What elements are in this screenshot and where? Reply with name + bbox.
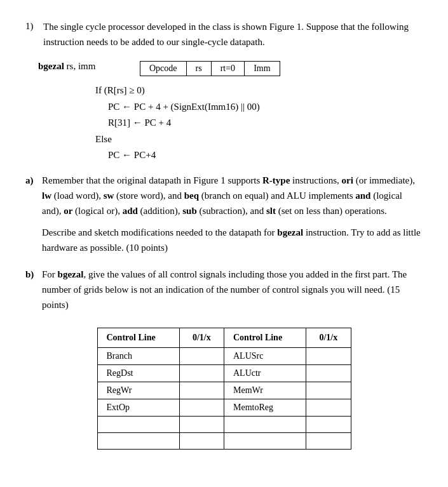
- row4-c3: MemtoReg: [224, 399, 306, 416]
- th-col4: 0/1/x: [306, 328, 351, 347]
- row2-c4: [306, 364, 351, 382]
- row4-c1: ExtOp: [97, 399, 179, 416]
- row5-c3: [224, 416, 306, 432]
- col-opcode: Opcode: [140, 62, 187, 76]
- table-row: [97, 416, 351, 432]
- row3-c4: [306, 382, 351, 399]
- th-col1: Control Line: [97, 328, 179, 347]
- part-a-row: a) Remember that the original datapath i…: [25, 173, 423, 218]
- part-b-text: For bgezal, give the values of all contr…: [42, 267, 423, 312]
- sem-line-4: PC ← PC+4: [108, 147, 423, 164]
- table-row: [97, 432, 351, 449]
- row1-c4: [306, 347, 351, 364]
- row2-c2: [179, 364, 224, 382]
- table-row: RegDst ALUctr: [97, 364, 351, 382]
- row6-c1: [97, 432, 179, 449]
- col-imm: Imm: [245, 62, 280, 76]
- sem-line-0: If (R[rs] ≥ 0): [95, 83, 423, 99]
- question-header: 1) The single cycle processor developed …: [25, 19, 423, 50]
- row3-c2: [179, 382, 224, 399]
- part-a-block: a) Remember that the original datapath i…: [25, 173, 423, 255]
- th-col3: Control Line: [224, 328, 306, 347]
- question-number: 1): [25, 19, 38, 50]
- row1-c2: [179, 347, 224, 364]
- row2-c3: ALUctr: [224, 364, 306, 382]
- sem-line-3: Else: [95, 131, 423, 148]
- part-a-text2: Describe and sketch modifications needed…: [42, 225, 423, 255]
- row1-c1: Branch: [97, 347, 179, 364]
- row1-c3: ALUSrc: [224, 347, 306, 364]
- bgezal-label: bgezal rs, imm: [38, 61, 121, 72]
- control-signals-table: Control Line 0/1/x Control Line 0/1/x Br…: [97, 328, 351, 450]
- row3-c1: RegWr: [97, 382, 179, 399]
- bgezal-rest: rs, imm: [64, 61, 96, 71]
- part-a-text: Remember that the original datapath in F…: [42, 173, 423, 218]
- row2-c1: RegDst: [97, 364, 179, 382]
- row5-c1: [97, 416, 179, 432]
- sem-line-1: PC ← PC + 4 + (SignExt(Imm16) || 00): [108, 99, 423, 116]
- table-row: RegWr MemWr: [97, 382, 351, 399]
- part-a-letter: a): [25, 173, 38, 218]
- row6-c4: [306, 432, 351, 449]
- row5-c2: [179, 416, 224, 432]
- row6-c2: [179, 432, 224, 449]
- col-rt: rt=0: [211, 62, 244, 76]
- row3-c3: MemWr: [224, 382, 306, 399]
- semantics-block: If (R[rs] ≥ 0) PC ← PC + 4 + (SignExt(Im…: [95, 83, 423, 164]
- row5-c4: [306, 416, 351, 432]
- control-table-wrapper: Control Line 0/1/x Control Line 0/1/x Br…: [25, 328, 423, 450]
- row4-c4: [306, 399, 351, 416]
- question-intro: The single cycle processor developed in …: [43, 19, 423, 50]
- instruction-block: bgezal rs, imm Opcode rs rt=0 Imm: [38, 61, 423, 76]
- th-col2: 0/1/x: [179, 328, 224, 347]
- row6-c3: [224, 432, 306, 449]
- instruction-format-table: Opcode rs rt=0 Imm: [140, 61, 280, 76]
- table-row: Branch ALUSrc: [97, 347, 351, 364]
- bgezal-bold: bgezal: [38, 61, 64, 71]
- part-b-row: b) For bgezal, give the values of all co…: [25, 267, 423, 312]
- col-rs: rs: [186, 62, 211, 76]
- part-b-block: b) For bgezal, give the values of all co…: [25, 267, 423, 312]
- row4-c2: [179, 399, 224, 416]
- sem-line-2: R[31] ← PC + 4: [108, 115, 423, 131]
- part-b-letter: b): [25, 267, 38, 312]
- table-row: ExtOp MemtoReg: [97, 399, 351, 416]
